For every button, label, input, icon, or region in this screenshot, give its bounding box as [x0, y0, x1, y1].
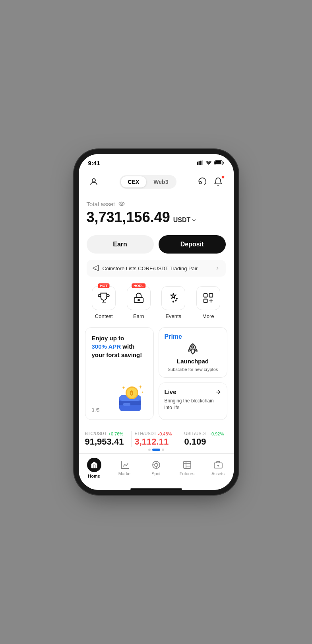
eye-icon[interactable]: [118, 200, 125, 207]
status-time: 9:41: [88, 160, 100, 166]
nav-market-label: Market: [118, 471, 132, 476]
quick-icon-contest[interactable]: HOT Contest: [92, 286, 116, 319]
apr-highlight: 300% APR: [92, 343, 121, 350]
btc-pair: BTC/USDT: [85, 431, 107, 436]
nav-futures[interactable]: Futures: [172, 460, 203, 476]
contest-label: Contest: [95, 313, 113, 319]
hodl-badge: HODL: [132, 283, 146, 288]
home-icon: [87, 458, 101, 472]
contest-icon-box: HOT: [92, 286, 116, 310]
svg-point-7: [92, 179, 95, 182]
slide-counter: 3 /5: [92, 408, 100, 413]
btc-change: +0.76%: [109, 431, 124, 436]
live-card-header: Live: [165, 388, 221, 395]
svg-rect-17: [209, 294, 213, 297]
status-icons: [197, 160, 224, 165]
ticker-divider-1: [131, 431, 132, 447]
live-arrow-icon: [215, 389, 221, 395]
announcement-banner[interactable]: Coinstore Lists CORE/USDT Trading Pair: [87, 260, 226, 277]
live-subtitle: Bringing the blockchain into life: [165, 398, 221, 411]
action-buttons: Earn Deposit: [79, 230, 234, 260]
deposit-button[interactable]: Deposit: [159, 235, 226, 254]
notification-dot: [221, 176, 225, 179]
nav-futures-label: Futures: [180, 471, 194, 476]
promo-card-bottom: 3 /5 ₿: [92, 383, 147, 413]
scroll-indicator: [85, 447, 227, 453]
currency-dropdown-icon: [191, 217, 197, 223]
phone-frame: 9:41 CEX Web3: [79, 154, 234, 490]
nav-spot[interactable]: Spot: [141, 460, 172, 476]
earn-icon: [133, 292, 145, 304]
svg-point-15: [176, 298, 178, 299]
nav-market[interactable]: Market: [110, 460, 141, 476]
ticker-section: BTC/USDT +0.76% 91,953.41 ETH/USDT -0.48…: [79, 426, 234, 453]
futures-icon: [182, 460, 192, 470]
svg-point-28: [155, 463, 158, 466]
home-indicator: [130, 488, 182, 490]
main-content: Total asset 3,731,156.49 USDT Earn Depos…: [79, 194, 234, 453]
launchpad-title: Launchpad: [177, 358, 209, 365]
nav-spot-label: Spot: [151, 471, 161, 476]
svg-rect-33: [184, 461, 191, 468]
rocket-icon: [186, 343, 199, 355]
announcement-icon: [92, 265, 99, 272]
launchpad-card[interactable]: Prime Launchpad Subscribe for new crypto…: [159, 327, 227, 378]
total-asset-label: Total asset: [87, 200, 226, 207]
svg-point-26: [192, 346, 194, 348]
more-icon: [202, 292, 214, 304]
svg-rect-6: [215, 161, 221, 164]
right-cards-column: Prime Launchpad Subscribe for new crypto…: [159, 327, 227, 420]
ticker-ubit[interactable]: UBIT/USDT +0.92% 0.109: [184, 431, 227, 447]
eth-price: 3,112.11: [135, 437, 178, 447]
cex-web3-toggle: CEX Web3: [120, 175, 177, 189]
prime-label: Prime: [165, 333, 182, 340]
svg-point-12: [138, 299, 140, 301]
promo-card-text: Enjoy up to 300% APR with your forst sav…: [92, 334, 147, 359]
nav-home[interactable]: Home: [79, 458, 110, 478]
earn-icon-box: HODL: [127, 286, 151, 310]
profile-icon[interactable]: [87, 175, 101, 189]
promo-card[interactable]: Enjoy up to 300% APR with your forst sav…: [85, 327, 154, 420]
bitcoin-wallet-illustration: ₿: [115, 383, 147, 413]
ubit-price: 0.109: [184, 437, 227, 447]
quick-icon-earn[interactable]: HODL Earn: [127, 286, 151, 319]
ubit-pair: UBIT/USDT: [184, 431, 207, 436]
ticker-eth[interactable]: ETH/USDT -0.48% 3,112.11: [135, 431, 178, 447]
svg-rect-18: [204, 299, 207, 303]
hot-badge: HOT: [98, 283, 110, 288]
dot-1: [148, 449, 151, 451]
support-icon[interactable]: [195, 175, 209, 189]
cards-section: Enjoy up to 300% APR with your forst sav…: [79, 327, 234, 426]
ticker-row: BTC/USDT +0.76% 91,953.41 ETH/USDT -0.48…: [85, 431, 227, 447]
eth-change: -0.48%: [158, 431, 172, 436]
nav-assets[interactable]: Assets: [203, 460, 234, 476]
nav-home-label: Home: [88, 474, 100, 478]
ticker-divider-2: [181, 431, 181, 447]
ticker-btc[interactable]: BTC/USDT +0.76% 91,953.41: [85, 431, 128, 447]
events-icon: [167, 292, 179, 304]
cex-tab[interactable]: CEX: [121, 176, 147, 187]
dot-2-active: [152, 449, 160, 451]
web3-tab[interactable]: Web3: [146, 176, 175, 187]
launchpad-subtitle: Subscribe for new cryptos: [168, 367, 218, 372]
quick-icon-more[interactable]: More: [196, 286, 220, 319]
spot-icon: [151, 460, 161, 470]
assets-icon: [213, 460, 223, 470]
earn-button[interactable]: Earn: [87, 235, 154, 254]
asset-currency[interactable]: USDT: [173, 217, 197, 224]
svg-rect-1: [198, 161, 200, 165]
svg-point-14: [173, 301, 174, 302]
more-label: More: [202, 313, 214, 319]
promo-text: Enjoy up to 300% APR with your forst sav…: [92, 334, 147, 359]
svg-rect-16: [204, 294, 207, 297]
live-card[interactable]: Live Bringing the blockchain into life: [159, 382, 227, 420]
svg-point-13: [175, 300, 176, 301]
events-label: Events: [165, 313, 181, 319]
svg-point-8: [199, 181, 202, 184]
quick-icon-events[interactable]: Events: [161, 286, 185, 319]
live-title: Live: [165, 388, 176, 395]
dot-3: [162, 449, 164, 451]
btc-price: 91,953.41: [85, 437, 128, 447]
notification-icon[interactable]: [211, 175, 225, 189]
asset-section: Total asset 3,731,156.49 USDT: [79, 194, 234, 230]
